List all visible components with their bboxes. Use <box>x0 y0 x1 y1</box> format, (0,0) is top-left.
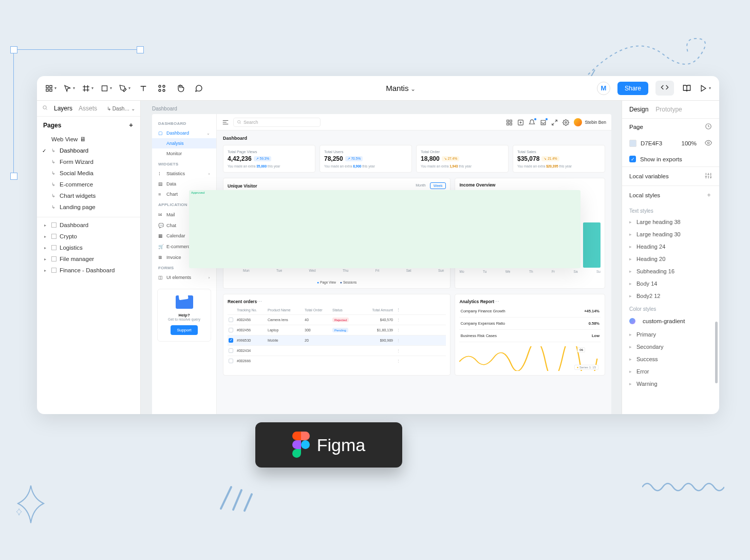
hand-tool-icon[interactable] <box>175 83 186 94</box>
sidebar-item-dashboard[interactable]: ▢Dashboard <box>152 128 216 138</box>
color-style-item[interactable]: Error <box>622 365 719 378</box>
layer-row[interactable]: ▸Finance - Dashboard <box>37 265 140 276</box>
visitor-period-toggle[interactable]: Month Week <box>413 182 446 189</box>
library-icon[interactable] <box>681 83 692 94</box>
eye-icon[interactable] <box>705 139 712 147</box>
text-style-item[interactable]: Heading 20 <box>622 253 719 265</box>
sparkle-decoration <box>15 483 46 524</box>
local-variables-label[interactable]: Local variables <box>629 173 669 179</box>
analytics-row: Company Finance Growth+45.14% <box>459 305 601 318</box>
sidebar-item-statistics[interactable]: ⫶Statistics <box>152 169 216 179</box>
text-style-item[interactable]: Heading 24 <box>622 240 719 253</box>
table-row[interactable]: #002456Laptop300Pending$1,80,139⋮ <box>228 325 446 335</box>
custom-gradient-style[interactable]: custom-gradient <box>643 318 685 324</box>
sidebar-item-ui-elements[interactable]: ◫UI elements <box>152 272 216 283</box>
svg-point-12 <box>159 85 161 87</box>
text-style-item[interactable]: Subheading 16 <box>622 265 719 277</box>
color-style-item[interactable]: Warning <box>622 378 719 390</box>
svg-line-32 <box>552 123 554 125</box>
figma-left-panel: Layers Assets ↳ Dash… ⌄ Pages ＋ Web View… <box>37 101 141 414</box>
page-item[interactable]: ↳Chart widgets <box>40 190 137 201</box>
layer-row[interactable]: ▸File manager <box>37 253 140 265</box>
pen-tool-icon[interactable] <box>119 83 130 94</box>
text-style-item[interactable]: Body2 12 <box>622 290 719 302</box>
page-item[interactable]: ↳Social Media <box>40 167 137 179</box>
search-icon[interactable] <box>42 105 48 112</box>
bell-icon[interactable] <box>529 119 536 126</box>
figma-menu-icon[interactable] <box>45 83 57 94</box>
table-row[interactable]: #998530Mobile20Approved$90,989⋮ <box>228 335 446 345</box>
frame-tool-icon[interactable] <box>82 83 93 94</box>
text-tool-icon[interactable] <box>138 83 149 94</box>
bg-opacity[interactable]: 100% <box>682 140 697 146</box>
add-page-icon[interactable]: ＋ <box>128 121 134 129</box>
income-title: Income Overview <box>459 182 601 188</box>
assets-tab[interactable]: Assets <box>79 105 97 112</box>
color-style-item[interactable]: Primary <box>622 328 719 341</box>
color-style-item[interactable]: Success <box>622 353 719 365</box>
inbox-icon[interactable] <box>540 119 547 126</box>
table-row[interactable]: #002456Camera lens40Rejected$40,570⋮ <box>228 314 446 325</box>
present-icon[interactable] <box>700 83 711 94</box>
analytics-menu-icon[interactable]: ⋯ <box>494 298 499 304</box>
show-exports-checkbox[interactable]: ✓ <box>629 156 636 162</box>
add-widget-icon[interactable] <box>517 119 524 126</box>
clock-icon[interactable] <box>705 123 712 131</box>
text-style-item[interactable]: Large heading 30 <box>622 228 719 240</box>
svg-rect-24 <box>507 120 509 122</box>
project-title[interactable]: Mantis <box>386 84 416 92</box>
move-tool-icon[interactable] <box>64 83 75 94</box>
text-style-item[interactable]: Body 14 <box>622 277 719 290</box>
figma-app-window: Mantis M Share Layers Assets ↳ Dash… ⌄ P… <box>37 76 719 414</box>
expand-icon[interactable] <box>551 119 558 126</box>
design-tab[interactable]: Design <box>629 106 648 113</box>
layer-row[interactable]: ▸Dashboard <box>37 219 140 231</box>
table-row[interactable]: #002434⋮ <box>228 345 446 356</box>
settings-icon[interactable] <box>563 119 570 126</box>
sidebar-sub-monitor[interactable]: Monitor <box>152 148 216 159</box>
bg-color-swatch[interactable] <box>629 140 636 147</box>
page-item[interactable]: ↳Dashboard <box>40 145 137 156</box>
page-item[interactable]: ↳Form Wizard <box>40 156 137 167</box>
resources-tool-icon[interactable] <box>156 83 167 94</box>
layer-row[interactable]: ▸Logistics <box>37 242 140 253</box>
orders-menu-icon[interactable]: ⋯ <box>257 298 262 304</box>
search-input[interactable]: Search <box>233 118 321 127</box>
shape-tool-icon[interactable] <box>101 83 112 94</box>
svg-line-23 <box>240 123 241 124</box>
comment-tool-icon[interactable] <box>193 83 204 94</box>
page-crumb[interactable]: ↳ Dash… ⌄ <box>107 106 135 111</box>
text-styles-caption: Text styles <box>622 204 719 216</box>
apps-icon[interactable] <box>506 119 513 126</box>
svg-point-14 <box>159 89 161 91</box>
menu-toggle-icon[interactable] <box>222 119 229 126</box>
layer-row[interactable]: ▸Crypto <box>37 231 140 242</box>
svg-point-38 <box>707 142 709 144</box>
add-style-icon[interactable]: ＋ <box>706 191 712 199</box>
page-item[interactable]: ↳E-commerce <box>40 179 137 190</box>
prototype-tab[interactable]: Prototype <box>655 106 682 113</box>
color-style-item[interactable]: Secondary <box>622 341 719 353</box>
svg-rect-11 <box>102 86 107 91</box>
sidebar-sub-analysis[interactable]: Analysis <box>152 138 216 148</box>
share-button[interactable]: Share <box>617 82 648 95</box>
layers-tab[interactable]: Layers <box>54 105 72 112</box>
dev-mode-button[interactable] <box>655 81 674 96</box>
text-style-item[interactable]: Large heading 38 <box>622 216 719 228</box>
support-button[interactable]: Support <box>171 325 197 335</box>
sidebar-item-data[interactable]: ▤Data <box>152 179 216 189</box>
sliders-icon[interactable] <box>705 172 712 180</box>
svg-rect-26 <box>510 123 512 125</box>
svg-rect-3 <box>46 85 48 87</box>
user-menu[interactable]: Stebin Ben <box>574 118 606 126</box>
figma-canvas[interactable]: Dashboard DASHBOARD ▢Dashboard Analysis … <box>141 101 622 414</box>
breadcrumb: Dashboard <box>223 136 605 141</box>
panel-scrollbar[interactable] <box>715 322 718 383</box>
local-styles-label[interactable]: Local styles <box>629 192 660 198</box>
table-row[interactable]: #002666⋮ <box>228 356 446 366</box>
page-item[interactable]: Web View 🖥 <box>40 134 137 145</box>
bg-hex[interactable]: D7E4F3 <box>641 140 662 146</box>
user-avatar[interactable]: M <box>597 82 610 95</box>
gradient-swatch-icon[interactable] <box>629 318 635 324</box>
page-item[interactable]: ↳Landing page <box>40 201 137 213</box>
